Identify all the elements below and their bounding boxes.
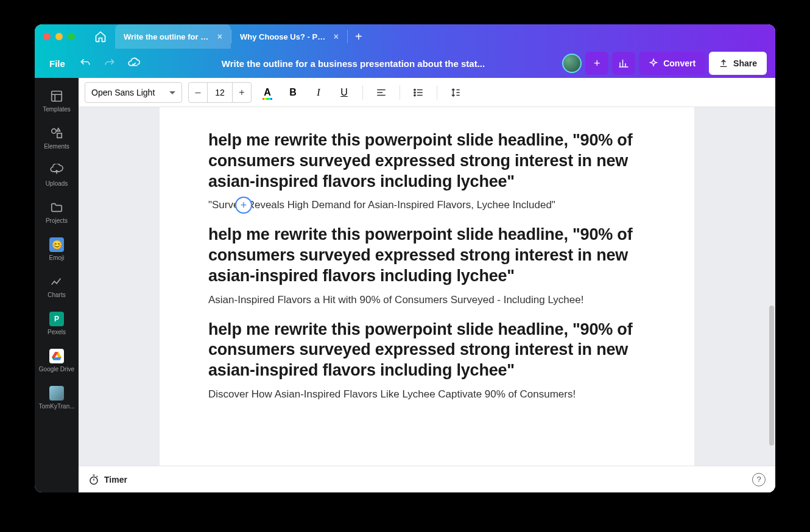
emoji-icon: 😊: [49, 237, 64, 252]
sidebar-item-charts[interactable]: Charts: [35, 268, 79, 304]
help-button[interactable]: ?: [752, 473, 766, 486]
font-size-stepper: – +: [188, 82, 252, 103]
sidebar-item-projects[interactable]: Projects: [35, 194, 79, 230]
body-block[interactable]: Discover How Asian-Inspired Flavors Like…: [208, 388, 646, 401]
sidebar-item-label: Pexels: [48, 329, 66, 335]
tab-document-1[interactable]: Write the outline for a ... ×: [115, 24, 231, 49]
svg-rect-2: [57, 133, 62, 138]
cloud-sync-icon[interactable]: [124, 53, 144, 74]
underline-button[interactable]: U: [334, 83, 354, 102]
editor-footer: Timer ?: [79, 466, 775, 492]
close-tab-icon[interactable]: ×: [217, 32, 222, 41]
sidebar-item-label: TomKyTran...: [38, 403, 74, 410]
share-button[interactable]: Share: [709, 52, 767, 75]
titlebar: Write the outline for a ... × Why Choose…: [35, 24, 775, 49]
app-body: Templates Elements Uploads Projects 😊 Em…: [35, 78, 775, 492]
sidebar-item-label: Elements: [44, 143, 69, 150]
tab-document-2[interactable]: Why Choose Us? - Pres... ×: [231, 24, 347, 49]
font-size-decrease-button[interactable]: –: [189, 83, 207, 102]
body-block[interactable]: Asian-Inspired Flavors a Hit with 90% of…: [208, 294, 646, 306]
convert-button[interactable]: Convert: [639, 52, 705, 75]
sidebar-item-label: Charts: [48, 292, 65, 298]
list-button[interactable]: [409, 83, 428, 102]
svg-point-5: [414, 94, 415, 96]
editor-main: Open Sans Light – + A B I U: [79, 78, 775, 492]
timer-button[interactable]: Timer: [88, 474, 127, 485]
document-page[interactable]: help me rewrite this powerpoint slide he…: [160, 107, 694, 466]
stopwatch-icon: [88, 474, 99, 485]
main-toolbar: File Write the outline for a business pr…: [35, 49, 775, 78]
toolbar-divider: [437, 85, 437, 100]
bullet-list-icon: [413, 87, 424, 98]
uploads-icon: [49, 163, 64, 178]
convert-label: Convert: [663, 58, 696, 68]
vertical-scrollbar[interactable]: [769, 306, 774, 446]
sidebar-item-label: Emoji: [49, 254, 64, 261]
text-color-button[interactable]: A: [258, 83, 277, 102]
svg-point-1: [52, 129, 56, 133]
tab-label: Write the outline for a ...: [124, 32, 211, 41]
maximize-window-button[interactable]: [68, 33, 75, 40]
share-label: Share: [733, 58, 757, 68]
heading-block[interactable]: help me rewrite this powerpoint slide he…: [208, 130, 646, 192]
sidebar-item-templates[interactable]: Templates: [35, 83, 79, 119]
body-block[interactable]: "Survey Reveals High Demand for Asian-In…: [208, 199, 646, 211]
sidebar-item-elements[interactable]: Elements: [35, 120, 79, 156]
minimize-window-button[interactable]: [55, 33, 63, 40]
toolbar-divider: [362, 85, 363, 100]
upload-icon: [719, 58, 728, 68]
svg-rect-0: [52, 91, 62, 102]
spacing-button[interactable]: [446, 83, 465, 102]
bold-button[interactable]: B: [283, 83, 303, 102]
close-tab-icon[interactable]: ×: [334, 32, 339, 41]
sidebar-item-label: Projects: [46, 217, 68, 224]
svg-point-3: [414, 89, 415, 90]
font-family-value: Open Sans Light: [91, 88, 155, 97]
sparkle-icon: [649, 58, 658, 68]
elements-icon: [49, 126, 64, 141]
projects-icon: [49, 200, 64, 215]
heading-block[interactable]: help me rewrite this powerpoint slide he…: [208, 320, 646, 381]
pexels-icon: P: [49, 312, 64, 326]
sidebar-item-label: Templates: [43, 106, 71, 113]
left-sidebar: Templates Elements Uploads Projects 😊 Em…: [35, 78, 79, 492]
align-left-icon: [376, 87, 387, 98]
heading-block[interactable]: help me rewrite this powerpoint slide he…: [208, 225, 646, 286]
sidebar-item-google-drive[interactable]: Google Drive: [35, 343, 79, 379]
font-family-select[interactable]: Open Sans Light: [85, 82, 182, 103]
document-title[interactable]: Write the outline for a business present…: [148, 58, 558, 69]
sidebar-item-pexels[interactable]: P Pexels: [35, 306, 79, 341]
sidebar-item-uploads[interactable]: Uploads: [35, 157, 79, 193]
user-app-icon: [49, 386, 64, 401]
sidebar-item-emoji[interactable]: 😊 Emoji: [35, 231, 79, 267]
window-controls: [43, 33, 75, 40]
canvas-area[interactable]: help me rewrite this powerpoint slide he…: [79, 107, 775, 466]
align-button[interactable]: [372, 83, 391, 102]
user-avatar[interactable]: [562, 54, 582, 73]
charts-icon: [49, 275, 64, 289]
text-color-icon: A: [264, 87, 271, 98]
google-drive-icon: [49, 349, 64, 363]
insights-button[interactable]: [612, 52, 635, 75]
format-toolbar: Open Sans Light – + A B I U: [79, 78, 775, 107]
sidebar-item-label: Google Drive: [39, 366, 74, 373]
line-spacing-icon: [450, 87, 461, 98]
redo-button[interactable]: [99, 53, 120, 74]
font-size-input[interactable]: [207, 83, 233, 102]
home-button[interactable]: [86, 24, 115, 49]
file-menu-button[interactable]: File: [43, 58, 71, 69]
tab-label: Why Choose Us? - Pres...: [240, 32, 328, 41]
add-member-button[interactable]: +: [585, 52, 608, 75]
templates-icon: [49, 89, 64, 103]
sidebar-item-user-app[interactable]: TomKyTran...: [35, 380, 79, 416]
font-size-increase-button[interactable]: +: [233, 83, 251, 102]
app-window: Write the outline for a ... × Why Choose…: [35, 24, 775, 492]
close-window-button[interactable]: [43, 33, 51, 40]
italic-button[interactable]: I: [309, 83, 328, 102]
undo-button[interactable]: [75, 53, 96, 74]
toolbar-divider: [400, 85, 400, 100]
sidebar-item-label: Uploads: [46, 180, 68, 187]
svg-point-4: [414, 91, 415, 93]
new-tab-button[interactable]: +: [348, 30, 370, 44]
timer-label: Timer: [104, 475, 127, 485]
